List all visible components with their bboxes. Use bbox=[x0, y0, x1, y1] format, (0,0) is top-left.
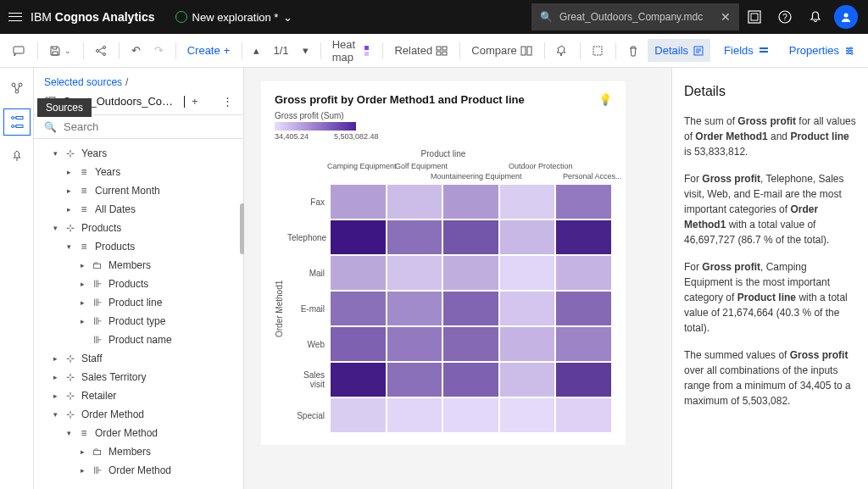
tab-properties[interactable]: Properties bbox=[782, 39, 861, 62]
heatmap-cell[interactable] bbox=[442, 362, 499, 397]
heatmap-cell[interactable] bbox=[555, 255, 612, 291]
tree-node-sales-territory[interactable]: ▸⊹Sales Territory bbox=[34, 368, 243, 386]
heatmap-cell[interactable] bbox=[442, 255, 499, 291]
prev-page[interactable]: ▴ bbox=[248, 41, 264, 60]
tree-node-staff[interactable]: ▸⊹Staff bbox=[34, 349, 243, 368]
svg-rect-11 bbox=[364, 52, 369, 56]
tab-fields[interactable]: Fields bbox=[717, 39, 776, 62]
tab-details[interactable]: Details bbox=[648, 39, 710, 62]
svg-point-7 bbox=[103, 46, 106, 48]
tree-node-current-month[interactable]: ▸≡Current Month bbox=[34, 181, 243, 200]
tree-node-products-hier[interactable]: ▾≡Products bbox=[34, 237, 243, 256]
heatmap-card[interactable]: Gross profit by Order Method1 and Produc… bbox=[261, 81, 626, 445]
compare-button[interactable]: Compare bbox=[466, 41, 537, 60]
notifications-icon[interactable] bbox=[800, 2, 831, 32]
heatmap-cell[interactable] bbox=[499, 184, 556, 219]
heatmap-cell[interactable] bbox=[330, 362, 387, 397]
heatmap-cell[interactable] bbox=[387, 255, 443, 291]
col-header: Personal Acces... bbox=[563, 172, 622, 181]
svg-point-30 bbox=[11, 125, 14, 128]
heatmap-cell[interactable] bbox=[330, 219, 387, 255]
share-icon[interactable] bbox=[90, 42, 112, 60]
related-button[interactable]: Related bbox=[389, 41, 453, 60]
user-avatar[interactable] bbox=[831, 2, 861, 32]
rail-pin-icon[interactable] bbox=[3, 142, 31, 169]
selection-icon[interactable] bbox=[587, 42, 609, 60]
canvas: Gross profit by Order Method1 and Produc… bbox=[244, 68, 671, 489]
heatmap-cell[interactable] bbox=[499, 255, 556, 291]
heatmap-cell[interactable] bbox=[387, 362, 443, 397]
chat-icon[interactable] bbox=[7, 41, 31, 61]
heatmap-cell[interactable] bbox=[442, 184, 499, 219]
heatmap-cell[interactable] bbox=[555, 291, 612, 326]
rail-data-icon[interactable] bbox=[3, 75, 31, 102]
heatmap-cell[interactable] bbox=[555, 362, 612, 397]
tree-node-product-name[interactable]: ⊪Product name bbox=[34, 331, 243, 349]
tree-node-order-method[interactable]: ▾⊹Order Method bbox=[34, 405, 243, 424]
redo-button[interactable]: ↷ bbox=[149, 41, 169, 60]
heatmap-cell[interactable] bbox=[330, 291, 387, 326]
tree-node-product-type[interactable]: ▸⊪Product type bbox=[34, 312, 243, 331]
lightbulb-icon[interactable]: 💡 bbox=[598, 93, 612, 106]
heatmap-cell[interactable] bbox=[499, 362, 556, 397]
breadcrumb[interactable]: Selected sources/ bbox=[34, 68, 243, 92]
help-icon[interactable]: ? bbox=[770, 2, 800, 32]
chevron-down-icon: ⌄ bbox=[283, 11, 292, 24]
undo-button[interactable]: ↶ bbox=[126, 41, 146, 60]
heatmap-cell[interactable] bbox=[387, 184, 443, 219]
clear-search-icon[interactable]: ✕ bbox=[721, 10, 731, 24]
heatmap-cell[interactable] bbox=[442, 219, 499, 255]
tree-node-products-level[interactable]: ▸⊪Products bbox=[34, 275, 243, 293]
svg-rect-21 bbox=[760, 47, 768, 49]
heatmap-cell[interactable] bbox=[499, 397, 556, 433]
heatmap-cell[interactable] bbox=[330, 397, 387, 433]
tree-search-input[interactable] bbox=[64, 120, 233, 133]
heatmap-cell[interactable] bbox=[330, 326, 387, 362]
details-panel: Details The sum of Gross profit for all … bbox=[671, 68, 868, 489]
heatmap-cell[interactable] bbox=[387, 326, 443, 362]
column-headers: Camping Equipment Golf Equipment Mountai… bbox=[327, 162, 612, 184]
tree-node-om-members[interactable]: ▸🗀Members bbox=[34, 442, 243, 461]
rail-sources-icon[interactable] bbox=[3, 108, 31, 136]
chart-type-button[interactable]: Heat map bbox=[327, 35, 376, 67]
heatmap-cell[interactable] bbox=[330, 184, 387, 219]
heatmap-cell[interactable] bbox=[555, 397, 612, 433]
tree-node-product-line[interactable]: ▸⊪Product line bbox=[34, 293, 243, 312]
next-page[interactable]: ▾ bbox=[298, 41, 314, 60]
heatmap-cell[interactable] bbox=[442, 397, 499, 433]
tree-node-members[interactable]: ▸🗀Members bbox=[34, 256, 243, 275]
tree-node-products[interactable]: ▾⊹Products bbox=[34, 219, 243, 237]
heatmap-grid: FaxTelephoneMailE-mailWebSales visitSpec… bbox=[287, 184, 612, 433]
menu-icon[interactable] bbox=[7, 8, 24, 25]
heatmap-cell[interactable] bbox=[555, 326, 612, 362]
tree-node-retailer[interactable]: ▸⊹Retailer bbox=[34, 386, 243, 405]
create-button[interactable]: Create + bbox=[182, 41, 236, 60]
tree-node-years[interactable]: ▾⊹Years bbox=[34, 144, 243, 163]
pin-icon[interactable] bbox=[551, 42, 573, 60]
heatmap-cell[interactable] bbox=[387, 219, 443, 255]
heatmap-cell[interactable] bbox=[442, 326, 499, 362]
heatmap-cell[interactable] bbox=[555, 184, 612, 219]
source-more-icon[interactable]: ⋮ bbox=[222, 95, 233, 108]
heatmap-cell[interactable] bbox=[555, 219, 612, 255]
heatmap-cell[interactable] bbox=[499, 326, 556, 362]
delete-icon[interactable] bbox=[622, 42, 644, 60]
tree-node-all-dates[interactable]: ▸≡All Dates bbox=[34, 200, 243, 219]
tree-node-om-level[interactable]: ▸⊪Order Method bbox=[34, 461, 243, 480]
switcher-icon[interactable] bbox=[739, 2, 770, 32]
row-label: Mail bbox=[287, 269, 330, 278]
tree-search[interactable]: 🔍 bbox=[34, 115, 243, 139]
heatmap-cell[interactable] bbox=[387, 291, 443, 326]
heatmap-cell[interactable] bbox=[499, 219, 556, 255]
tree-node-order-method-hier[interactable]: ▾≡Order Method bbox=[34, 424, 243, 442]
save-button[interactable]: ⌄ bbox=[44, 42, 76, 60]
heatmap-cell[interactable] bbox=[442, 291, 499, 326]
heatmap-cell[interactable] bbox=[330, 255, 387, 291]
global-search[interactable]: 🔍 Great_Outdoors_Company.mdc ✕ bbox=[531, 3, 739, 31]
heatmap-cell[interactable] bbox=[499, 291, 556, 326]
exploration-switcher[interactable]: New exploration * ⌄ bbox=[175, 11, 293, 24]
svg-point-23 bbox=[850, 47, 852, 48]
heatmap-cell[interactable] bbox=[387, 397, 443, 433]
add-source-icon[interactable]: + bbox=[192, 95, 198, 108]
tree-node-years-level[interactable]: ▸≡Years bbox=[34, 163, 243, 181]
